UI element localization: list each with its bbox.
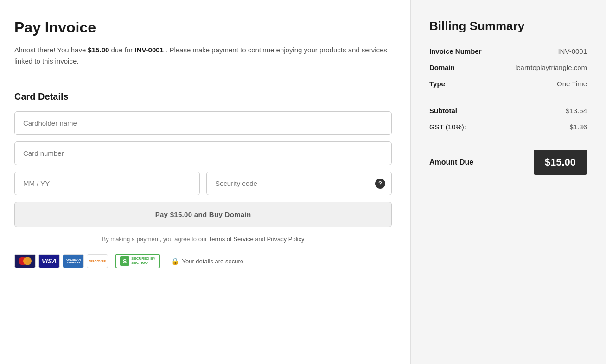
expiry-group: [14, 172, 200, 195]
terms-link[interactable]: Terms of Service: [209, 236, 254, 243]
secure-label: Your details are secure: [182, 258, 243, 265]
invoice-ref-highlight: INV-0001: [134, 46, 164, 54]
card-number-group: [14, 141, 392, 165]
cardholder-input[interactable]: [14, 111, 392, 135]
right-panel: Billing Summary Invoice Number INV-0001 …: [411, 0, 606, 364]
subtitle-prefix: Almost there! You have: [14, 46, 88, 54]
amount-due-value: $15.00: [534, 150, 587, 175]
secure-text-block: 🔒 Your details are secure: [171, 257, 243, 265]
amex-icon: AMERICANEXPRESS: [63, 254, 84, 268]
pay-button[interactable]: Pay $15.00 and Buy Domain: [14, 202, 392, 227]
terms-prefix: By making a payment, you agree to our: [102, 236, 209, 243]
left-panel: Pay Invoice Almost there! You have $15.0…: [0, 0, 411, 364]
domain-value: learntoplaytriangle.com: [515, 64, 587, 71]
subtotal-label: Subtotal: [429, 107, 457, 115]
lock-icon: 🔒: [171, 257, 179, 265]
expiry-security-row: ?: [14, 172, 392, 195]
subtitle: Almost there! You have $15.00 due for IN…: [14, 45, 392, 67]
terms-text: By making a payment, you agree to our Te…: [14, 236, 392, 243]
footer-row: VISA AMERICANEXPRESS DISCOVER S SECURED …: [14, 254, 392, 268]
card-details-title: Card Details: [14, 91, 392, 102]
invoice-number-label: Invoice Number: [429, 47, 482, 55]
cardholder-group: [14, 111, 392, 135]
expiry-input[interactable]: [14, 172, 200, 195]
gst-row: GST (10%): $1.36: [429, 123, 587, 131]
amount-due-row: Amount Due $15.00: [429, 150, 587, 175]
type-row: Type One Time: [429, 80, 587, 88]
card-number-input[interactable]: [14, 141, 392, 165]
billing-title: Billing Summary: [429, 19, 587, 33]
page-wrapper: Pay Invoice Almost there! You have $15.0…: [0, 0, 606, 364]
domain-row: Domain learntoplaytriangle.com: [429, 64, 587, 71]
invoice-number-value: INV-0001: [558, 47, 587, 55]
sectigo-s-icon: S: [120, 256, 129, 266]
security-group: ?: [206, 172, 392, 195]
billing-divider-1: [429, 97, 587, 97]
security-input[interactable]: [206, 172, 392, 195]
gst-label: GST (10%):: [429, 123, 466, 131]
domain-label: Domain: [429, 64, 455, 71]
sectigo-badge: S SECURED BY SECTIGO: [115, 254, 160, 268]
amount-highlight: $15.00: [88, 46, 109, 54]
page-title: Pay Invoice: [14, 19, 392, 36]
subtitle-mid: due for: [109, 46, 134, 54]
security-help-icon[interactable]: ?: [375, 179, 385, 189]
mastercard-icon: [14, 254, 36, 268]
amount-due-label: Amount Due: [429, 158, 473, 166]
invoice-number-row: Invoice Number INV-0001: [429, 47, 587, 55]
type-value: One Time: [557, 80, 587, 88]
discover-icon: DISCOVER: [87, 254, 108, 268]
top-divider: [14, 78, 392, 78]
visa-icon: VISA: [38, 254, 60, 268]
card-icons: VISA AMERICANEXPRESS DISCOVER: [14, 254, 108, 268]
sectigo-line2: SECTIGO: [131, 261, 155, 265]
billing-divider-2: [429, 140, 587, 140]
privacy-link[interactable]: Privacy Policy: [267, 236, 305, 243]
type-label: Type: [429, 80, 445, 88]
terms-and: and: [254, 236, 267, 243]
sectigo-text: SECURED BY SECTIGO: [131, 257, 155, 265]
subtotal-row: Subtotal $13.64: [429, 107, 587, 115]
subtotal-value: $13.64: [566, 107, 587, 115]
gst-value: $1.36: [569, 123, 587, 131]
